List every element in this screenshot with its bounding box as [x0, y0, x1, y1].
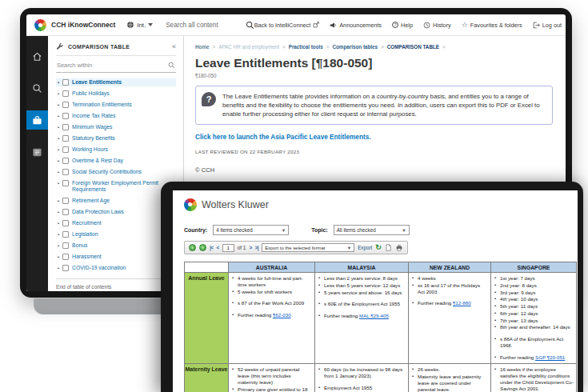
nav-back-button[interactable]: ‹	[189, 244, 196, 251]
checkbox[interactable]	[62, 265, 69, 271]
bullet-icon: •	[58, 254, 59, 260]
checkbox[interactable]	[62, 169, 69, 175]
bullet-item: •ss 16 and 17 of the Holidays Act 2003	[412, 282, 488, 295]
table-column-header: AUSTRALIA	[229, 262, 315, 273]
bullet-item: •s 60E of the Employment Act 1955	[318, 301, 406, 307]
search-icon[interactable]	[246, 21, 254, 30]
sidebar-item-label: Recruitment	[72, 220, 102, 226]
launch-comparison-link[interactable]: Click here to launch the Asia Pacific Le…	[195, 134, 553, 141]
sidebar-item[interactable]: •Foreign Worker Employment Permit Requir…	[56, 179, 176, 194]
table-cell: •4 weeks•ss 16 and 17 of the Holidays Ac…	[409, 273, 491, 364]
checkbox[interactable]	[62, 102, 69, 108]
collapse-sidebar-icon[interactable]: «	[172, 42, 176, 50]
sidebar-item-label: Bonus	[72, 242, 87, 249]
further-reading-link[interactable]: ¶62-030	[273, 312, 291, 318]
sidebar-item[interactable]: •Income Tax Rates	[56, 112, 176, 120]
checkbox[interactable]	[62, 198, 69, 204]
sidebar-item[interactable]: •Statutory Benefits	[56, 134, 176, 142]
sidebar-item[interactable]: •Data Protection Laws	[56, 208, 176, 216]
help-link[interactable]: ? Help	[392, 22, 413, 29]
next-page-button[interactable]: >	[249, 245, 251, 250]
printer-icon[interactable]	[395, 244, 403, 251]
sidebar-item[interactable]: •COVID-19 vaccination	[56, 264, 176, 272]
checkbox[interactable]	[62, 231, 69, 238]
breadcrumb-item[interactable]: COMPARISON TABLE	[387, 44, 439, 50]
table-column-header: MALAYSIA	[315, 262, 409, 273]
link-label: Announcements	[339, 22, 382, 29]
announcements-link[interactable]: Announcements	[330, 22, 382, 29]
bullet-icon: •	[494, 366, 498, 391]
checkbox[interactable]	[62, 180, 69, 186]
chevron-down-icon: ▼	[402, 228, 406, 233]
sidebar-item[interactable]: •Leave Entitlements	[56, 78, 176, 86]
checkbox[interactable]	[62, 146, 69, 153]
country-filter-select[interactable]: 4 items checked ▼	[213, 225, 289, 235]
bullet-item: •s 88A of the Employment Act 1968.	[494, 336, 574, 349]
bullet-icon: •	[412, 374, 415, 392]
rail-home-item[interactable]	[26, 46, 48, 66]
news-icon	[32, 147, 42, 158]
sidebar-item[interactable]: •Social Security Contributions	[56, 168, 176, 176]
bullet-text: 1st year: 7 days	[500, 275, 535, 282]
breadcrumb-item[interactable]: Comparison tables	[332, 44, 378, 50]
bullet-text: 60 days (to be increased to 98 days from…	[324, 366, 406, 379]
checkbox[interactable]	[62, 90, 69, 97]
topic-filter-select[interactable]: All items checked ▼	[334, 225, 410, 235]
page-number-input[interactable]: 1	[222, 244, 234, 252]
checkbox[interactable]	[62, 242, 69, 249]
document-icon[interactable]	[385, 244, 392, 251]
back-to-intelliconnect-link[interactable]: Back to IntelliConnect	[254, 22, 320, 29]
further-reading-link[interactable]: ¶12-880	[453, 300, 471, 306]
checkbox[interactable]	[62, 254, 69, 260]
sidebar-item[interactable]: •Retirement Age	[56, 197, 176, 205]
previous-page-button[interactable]: <	[216, 245, 218, 250]
refresh-icon[interactable]: ↻	[375, 244, 382, 251]
search-input[interactable]: Search all content	[166, 22, 218, 29]
history-link[interactable]: History	[423, 22, 451, 29]
bullet-text: ss 16 and 17 of the Holidays Act 2003	[418, 282, 488, 295]
logout-link[interactable]: Log out	[533, 22, 562, 29]
checkbox[interactable]	[62, 79, 69, 86]
bullet-item: •4 weeks	[412, 275, 488, 282]
rail-news-item[interactable]	[26, 142, 48, 162]
checkbox[interactable]	[62, 209, 69, 215]
further-reading-link[interactable]: SGP ¶20-051	[535, 354, 565, 360]
bullet-text: 6th year: 12 days	[500, 310, 538, 317]
checkbox[interactable]	[62, 220, 69, 226]
further-reading-link[interactable]: MAL ¶29-405	[359, 313, 389, 318]
checkbox[interactable]	[62, 124, 69, 130]
breadcrumb-home[interactable]: Home	[195, 44, 210, 50]
checkbox[interactable]	[62, 135, 69, 142]
favourites-folders-link[interactable]: ☆ Favourites & folders	[462, 22, 522, 29]
sidebar-search[interactable]: Search within	[56, 56, 176, 73]
bullet-item: •Further reading MAL ¶29-405	[318, 313, 406, 319]
checkbox[interactable]	[62, 158, 69, 164]
sidebar-item[interactable]: •Overtime & Rest Day	[56, 157, 176, 165]
sidebar-item[interactable]: •Legislation	[56, 230, 176, 238]
bullet-icon: •	[58, 198, 59, 204]
breadcrumb-item[interactable]: APAC HR and employment	[218, 44, 279, 50]
rail-search-item[interactable]	[26, 78, 48, 98]
region-selector[interactable]: Int.	[126, 21, 153, 29]
table-cell: •26 weeks.•Maternity leave and paternity…	[409, 364, 491, 392]
sidebar-item[interactable]: •Public Holidays	[56, 90, 176, 98]
rail-practical-tools-item[interactable]	[26, 110, 48, 130]
last-page-button[interactable]: >|	[255, 245, 258, 250]
bullet-text: 4 weeks for full-time and part-time work…	[238, 275, 312, 288]
sidebar-item[interactable]: •Minimum Wages	[56, 123, 176, 131]
sidebar-item[interactable]: •Bonus	[56, 242, 176, 250]
checkbox[interactable]	[62, 113, 69, 119]
export-button[interactable]: Export	[358, 245, 372, 250]
search-within-input[interactable]: Search within	[57, 62, 92, 69]
export-format-select[interactable]: Export to the selected format ▼	[262, 243, 354, 252]
sidebar-item[interactable]: •Harassment	[56, 253, 176, 261]
external-link-icon	[313, 22, 319, 28]
sidebar-item[interactable]: •Recruitment	[56, 219, 176, 227]
first-page-button[interactable]: |<	[210, 245, 213, 250]
sidebar-item[interactable]: •Working Hours	[56, 146, 176, 154]
bullet-icon: •	[58, 169, 59, 175]
nav-forward-button[interactable]: ›	[199, 244, 206, 251]
sidebar-item[interactable]: •Termination Entitlements	[56, 101, 176, 109]
sidebar-item-label: Statutory Benefits	[72, 135, 115, 142]
breadcrumb-item[interactable]: Practical tools	[289, 44, 323, 50]
